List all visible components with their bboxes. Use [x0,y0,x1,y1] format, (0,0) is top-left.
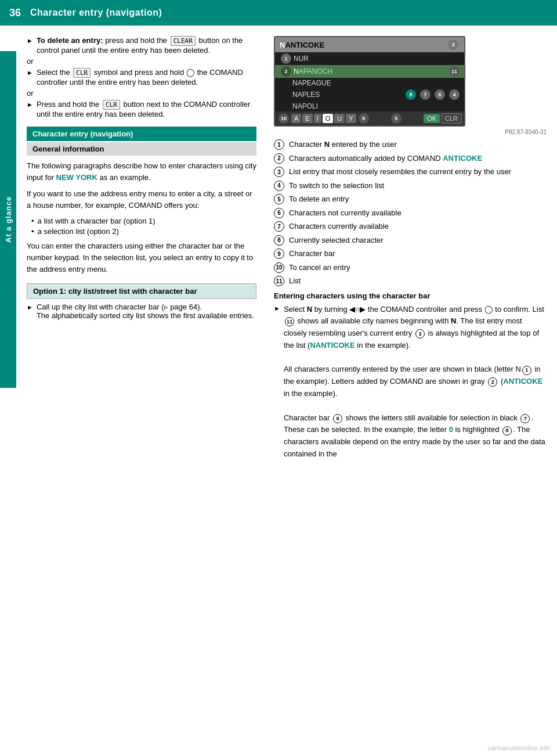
page-title: Character entry (navigation) [30,8,162,18]
char-E[interactable]: E [302,114,312,123]
screen-row-naples: NAPLES 8 7 6 4 [275,88,464,101]
delete-instructions: ► To delete an entry: press and hold the… [27,36,256,118]
list-item-1-text: Character N entered by the user [289,139,397,150]
num-10-badge: 10 [278,113,289,124]
list-item-7: 7 Characters currently available [274,221,547,232]
arrow-icon-4: ► [27,304,33,311]
ok-button[interactable]: OK [424,114,440,123]
char-Y[interactable]: Y [346,114,356,123]
char-U[interactable]: U [334,114,345,123]
entering-instruction: ► Select N by turning ◀○▶ the COMAND con… [274,304,547,460]
left-column: ► To delete an entry: press and hold the… [0,26,267,476]
page-header: 36 Character entry (navigation) [0,0,557,26]
list-item-8-text: Currently selected character [289,235,384,246]
list-item-11-text: List [289,275,301,287]
list-item-6: 6 Characters not currently available [274,207,547,219]
instruction-2-text: Select the CLR symbol and press and hold… [37,68,256,87]
num-11-badge: 11 [449,66,460,77]
napanoch-text: NAPANOCH [294,67,332,75]
num-circle-5: 5 [274,194,284,204]
num-8-badge: 8 [406,89,416,100]
num-circle-2: 2 [274,153,284,164]
naples-text: NAPLES [292,91,320,99]
body-text-3: You can enter the characters using eithe… [27,240,256,275]
list-item-11: 11 List [274,275,547,287]
entering-title: Entering characters using the character … [274,291,547,300]
list-item-8: 8 Currently selected character [274,235,547,246]
char-bar: 10 A E I O U Y 9 5 OK CLR [275,111,464,125]
list-item-5: 5 To delete an entry [274,193,547,205]
list-item-9-text: Character bar [289,248,335,260]
clear-button-inline: CLEAR [171,36,196,46]
instruction-1: ► To delete an entry: press and hold the… [27,36,256,55]
section-header-general: General information [27,142,256,156]
num-3-badge: 3 [448,39,458,50]
bullet-2: a selection list (option 2) [31,227,256,236]
list-item-1: 1 Character N entered by the user [274,139,547,150]
num-7-badge: 7 [420,89,431,100]
instruction-2: ► Select the CLR symbol and press and ho… [27,68,256,87]
list-item-4: 4 To switch to the selection list [274,180,547,192]
option-instruction: ► Call up the city list with character b… [27,303,256,320]
clr-button-inline-2: CLR [103,100,120,110]
char-A[interactable]: A [291,114,301,123]
char-I[interactable]: I [314,114,321,123]
section-header-nav: Character entry (navigation) [27,127,256,141]
arrow-icon: ► [27,37,33,44]
napeague-text: NAPEAGUE [292,79,331,87]
num-1-badge: 1 [281,53,291,64]
num-4-badge: 4 [449,89,460,100]
list-item-10-text: To cancel an entry [289,262,350,273]
list-item-3-text: List entry that most closely resembles t… [289,166,511,178]
num-circle-11: 11 [274,276,284,286]
new-york-highlight: NEW YORK [56,173,97,182]
option-instruction-text: Call up the city list with character bar… [37,303,254,320]
screen-row-napeague: NAPEAGUE [275,78,464,88]
clr-key[interactable]: CLR [441,113,462,124]
num-circle-3: 3 [274,167,284,177]
num-2-badge: 2 [281,66,291,77]
option-header: Option 1: city list/street list with cha… [27,283,256,299]
num-circle-10: 10 [274,262,284,273]
num-circle-7: 7 [274,221,284,232]
or-1: or [27,57,256,66]
instruction-3-text: Press and hold the CLR button next to th… [37,100,256,118]
screen-row-napoli: NAPOLI [275,101,464,111]
screen-row-nur: 1 NUR [275,52,464,65]
list-item-9: 9 Character bar [274,248,547,260]
list-item-2: 2 Characters automatically added by COMA… [274,153,547,164]
list-item-4-text: To switch to the selection list [289,180,384,192]
num-6-badge: 6 [435,89,445,100]
image-caption: P82.87-9340-31 [274,129,547,135]
napoli-text: NAPOLI [292,102,318,110]
screen-row-nanticoke: 2 NAPANOCH 11 [275,65,464,78]
num-circle-6: 6 [274,208,284,218]
page-number: 36 [9,7,21,19]
num-circle-9: 9 [274,249,284,259]
or-2: or [27,89,256,98]
entering-text: Select N by turning ◀○▶ the COMAND contr… [284,304,547,460]
arrow-icon-3: ► [27,101,33,108]
instruction-3: ► Press and hold the CLR button next to … [27,100,256,118]
watermark: carmanualsonline.info [488,744,550,751]
right-column: NANTICOKE 3 1 NUR 2 NAPANOCH 11 NAPEAGUE [267,26,557,476]
list-item-3: 3 List entry that most closely resembles… [274,166,547,178]
instruction-1-text: To delete an entry: press and hold the C… [37,36,256,55]
list-item-7-text: Characters currently available [289,221,389,232]
char-O[interactable]: O [323,114,334,123]
numbered-list: 1 Character N entered by the user 2 Char… [274,139,547,287]
arrow-icon-5: ► [274,305,280,312]
screen-title: NANTICOKE [280,41,324,49]
clr-button-inline: CLR [73,68,91,78]
body-text-2: If you want to use the address entry men… [27,188,256,211]
arrow-icon-2: ► [27,69,33,76]
list-item-6-text: Characters not currently available [289,207,402,219]
nur-text: NUR [294,55,309,63]
num-circle-1: 1 [274,139,284,150]
num-9-badge: 9 [359,113,369,124]
num-5-badge: 5 [391,113,402,124]
list-item-2-text: Characters automatically added by COMAND… [289,153,482,164]
list-item-10: 10 To cancel an entry [274,262,547,273]
nav-screen: NANTICOKE 3 1 NUR 2 NAPANOCH 11 NAPEAGUE [274,36,465,127]
list-item-5-text: To delete an entry [289,193,349,205]
